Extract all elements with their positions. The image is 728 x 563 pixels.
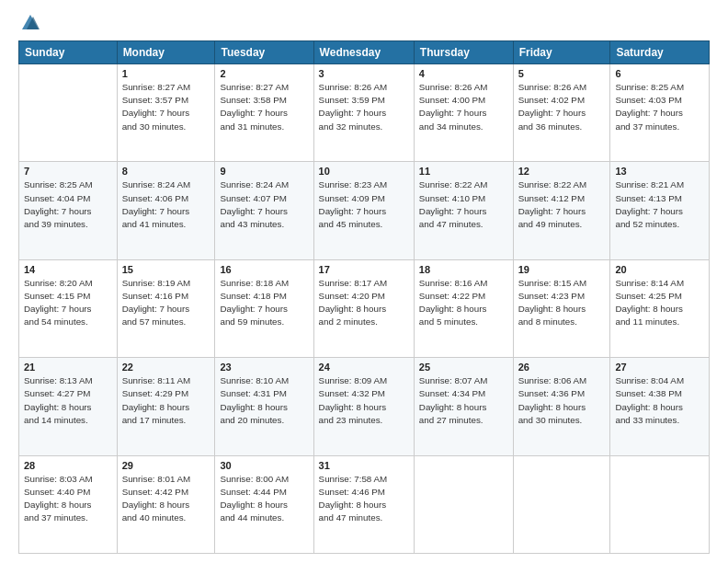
day-info: Sunrise: 8:21 AMSunset: 4:13 PMDaylight:… <box>615 178 704 231</box>
calendar-body: 1Sunrise: 8:27 AMSunset: 3:57 PMDaylight… <box>19 64 710 554</box>
calendar-cell <box>19 64 118 162</box>
calendar-cell: 19Sunrise: 8:15 AMSunset: 4:23 PMDayligh… <box>513 259 610 357</box>
day-info: Sunrise: 8:00 AMSunset: 4:44 PMDaylight:… <box>220 473 308 525</box>
logo <box>18 17 40 33</box>
day-number: 5 <box>518 68 606 79</box>
day-number: 20 <box>615 264 704 275</box>
day-number: 13 <box>615 166 704 177</box>
calendar-cell: 26Sunrise: 8:06 AMSunset: 4:36 PMDayligh… <box>513 358 610 455</box>
day-info: Sunrise: 8:26 AMSunset: 4:00 PMDaylight:… <box>419 81 508 133</box>
calendar-cell: 18Sunrise: 8:16 AMSunset: 4:22 PMDayligh… <box>414 259 513 357</box>
day-number: 28 <box>24 460 112 471</box>
day-info: Sunrise: 8:25 AMSunset: 4:03 PMDaylight:… <box>615 81 704 133</box>
calendar-cell: 2Sunrise: 8:27 AMSunset: 3:58 PMDaylight… <box>215 64 313 162</box>
calendar-cell <box>610 455 710 553</box>
calendar-cell: 27Sunrise: 8:04 AMSunset: 4:38 PMDayligh… <box>610 358 710 455</box>
day-number: 7 <box>24 166 112 177</box>
header <box>18 17 710 33</box>
calendar-cell: 31Sunrise: 7:58 AMSunset: 4:46 PMDayligh… <box>313 455 414 553</box>
day-info: Sunrise: 8:16 AMSunset: 4:22 PMDaylight:… <box>419 277 508 329</box>
calendar-cell: 20Sunrise: 8:14 AMSunset: 4:25 PMDayligh… <box>610 259 710 357</box>
day-number: 27 <box>615 362 704 373</box>
calendar-cell: 17Sunrise: 8:17 AMSunset: 4:20 PMDayligh… <box>313 259 414 357</box>
day-header-wednesday: Wednesday <box>313 41 414 64</box>
calendar-week-3: 14Sunrise: 8:20 AMSunset: 4:15 PMDayligh… <box>19 259 710 357</box>
day-info: Sunrise: 8:27 AMSunset: 3:57 PMDaylight:… <box>122 81 210 133</box>
day-info: Sunrise: 8:07 AMSunset: 4:34 PMDaylight:… <box>419 374 508 427</box>
day-info: Sunrise: 8:04 AMSunset: 4:38 PMDaylight:… <box>615 374 704 427</box>
logo-icon <box>20 13 40 33</box>
calendar-table: SundayMondayTuesdayWednesdayThursdayFrid… <box>18 40 710 554</box>
calendar-cell: 28Sunrise: 8:03 AMSunset: 4:40 PMDayligh… <box>19 455 118 553</box>
day-info: Sunrise: 7:58 AMSunset: 4:46 PMDaylight:… <box>319 473 409 525</box>
calendar-cell: 25Sunrise: 8:07 AMSunset: 4:34 PMDayligh… <box>414 358 513 455</box>
day-number: 31 <box>319 460 409 471</box>
day-info: Sunrise: 8:01 AMSunset: 4:42 PMDaylight:… <box>122 473 210 525</box>
day-number: 2 <box>220 68 308 79</box>
calendar-cell: 14Sunrise: 8:20 AMSunset: 4:15 PMDayligh… <box>19 259 118 357</box>
day-info: Sunrise: 8:27 AMSunset: 3:58 PMDaylight:… <box>220 81 308 133</box>
calendar-cell: 22Sunrise: 8:11 AMSunset: 4:29 PMDayligh… <box>117 358 215 455</box>
calendar-cell <box>414 455 513 553</box>
day-info: Sunrise: 8:24 AMSunset: 4:07 PMDaylight:… <box>220 178 308 231</box>
calendar-cell: 7Sunrise: 8:25 AMSunset: 4:04 PMDaylight… <box>19 162 118 259</box>
day-number: 9 <box>220 166 308 177</box>
day-number: 6 <box>615 68 704 79</box>
day-info: Sunrise: 8:11 AMSunset: 4:29 PMDaylight:… <box>122 374 210 427</box>
calendar-week-4: 21Sunrise: 8:13 AMSunset: 4:27 PMDayligh… <box>19 358 710 455</box>
day-info: Sunrise: 8:24 AMSunset: 4:06 PMDaylight:… <box>122 178 210 231</box>
calendar-cell: 3Sunrise: 8:26 AMSunset: 3:59 PMDaylight… <box>313 64 414 162</box>
day-number: 18 <box>419 264 508 275</box>
day-number: 19 <box>518 264 606 275</box>
calendar-cell: 21Sunrise: 8:13 AMSunset: 4:27 PMDayligh… <box>19 358 118 455</box>
calendar-cell: 30Sunrise: 8:00 AMSunset: 4:44 PMDayligh… <box>215 455 313 553</box>
day-number: 23 <box>220 362 308 373</box>
day-number: 3 <box>319 68 409 79</box>
day-number: 26 <box>518 362 606 373</box>
day-info: Sunrise: 8:26 AMSunset: 4:02 PMDaylight:… <box>518 81 606 133</box>
day-number: 12 <box>518 166 606 177</box>
calendar-cell: 12Sunrise: 8:22 AMSunset: 4:12 PMDayligh… <box>513 162 610 259</box>
calendar-cell: 10Sunrise: 8:23 AMSunset: 4:09 PMDayligh… <box>313 162 414 259</box>
day-number: 22 <box>122 362 210 373</box>
calendar-cell: 5Sunrise: 8:26 AMSunset: 4:02 PMDaylight… <box>513 64 610 162</box>
calendar-cell: 16Sunrise: 8:18 AMSunset: 4:18 PMDayligh… <box>215 259 313 357</box>
calendar-cell: 24Sunrise: 8:09 AMSunset: 4:32 PMDayligh… <box>313 358 414 455</box>
day-info: Sunrise: 8:26 AMSunset: 3:59 PMDaylight:… <box>319 81 409 133</box>
day-info: Sunrise: 8:22 AMSunset: 4:12 PMDaylight:… <box>518 178 606 231</box>
day-header-monday: Monday <box>117 41 215 64</box>
day-info: Sunrise: 8:22 AMSunset: 4:10 PMDaylight:… <box>419 178 508 231</box>
day-number: 21 <box>24 362 112 373</box>
day-header-friday: Friday <box>513 41 610 64</box>
calendar-cell: 9Sunrise: 8:24 AMSunset: 4:07 PMDaylight… <box>215 162 313 259</box>
calendar-cell: 6Sunrise: 8:25 AMSunset: 4:03 PMDaylight… <box>610 64 710 162</box>
day-number: 15 <box>122 264 210 275</box>
calendar-header-row: SundayMondayTuesdayWednesdayThursdayFrid… <box>19 41 710 64</box>
day-number: 14 <box>24 264 112 275</box>
day-info: Sunrise: 8:14 AMSunset: 4:25 PMDaylight:… <box>615 277 704 329</box>
calendar-cell <box>513 455 610 553</box>
day-number: 29 <box>122 460 210 471</box>
day-header-tuesday: Tuesday <box>215 41 313 64</box>
day-info: Sunrise: 8:13 AMSunset: 4:27 PMDaylight:… <box>24 374 112 427</box>
calendar-cell: 29Sunrise: 8:01 AMSunset: 4:42 PMDayligh… <box>117 455 215 553</box>
day-number: 4 <box>419 68 508 79</box>
day-info: Sunrise: 8:25 AMSunset: 4:04 PMDaylight:… <box>24 178 112 231</box>
day-info: Sunrise: 8:18 AMSunset: 4:18 PMDaylight:… <box>220 277 308 329</box>
day-number: 10 <box>319 166 409 177</box>
day-info: Sunrise: 8:19 AMSunset: 4:16 PMDaylight:… <box>122 277 210 329</box>
day-info: Sunrise: 8:09 AMSunset: 4:32 PMDaylight:… <box>319 374 409 427</box>
day-number: 24 <box>319 362 409 373</box>
day-info: Sunrise: 8:17 AMSunset: 4:20 PMDaylight:… <box>319 277 409 329</box>
day-info: Sunrise: 8:23 AMSunset: 4:09 PMDaylight:… <box>319 178 409 231</box>
day-info: Sunrise: 8:06 AMSunset: 4:36 PMDaylight:… <box>518 374 606 427</box>
day-number: 1 <box>122 68 210 79</box>
calendar-cell: 13Sunrise: 8:21 AMSunset: 4:13 PMDayligh… <box>610 162 710 259</box>
calendar-cell: 15Sunrise: 8:19 AMSunset: 4:16 PMDayligh… <box>117 259 215 357</box>
day-info: Sunrise: 8:03 AMSunset: 4:40 PMDaylight:… <box>24 473 112 525</box>
day-number: 11 <box>419 166 508 177</box>
calendar-cell: 11Sunrise: 8:22 AMSunset: 4:10 PMDayligh… <box>414 162 513 259</box>
day-header-thursday: Thursday <box>414 41 513 64</box>
calendar-cell: 23Sunrise: 8:10 AMSunset: 4:31 PMDayligh… <box>215 358 313 455</box>
calendar-cell: 4Sunrise: 8:26 AMSunset: 4:00 PMDaylight… <box>414 64 513 162</box>
